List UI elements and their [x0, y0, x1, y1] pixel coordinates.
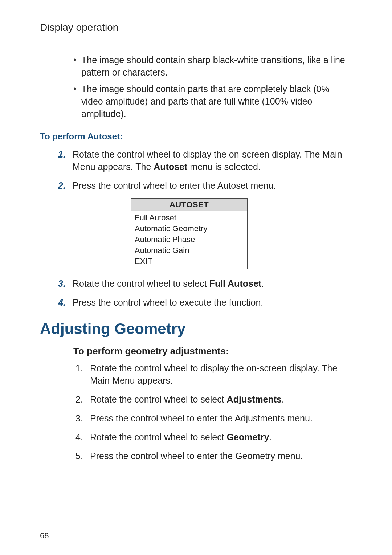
text-fragment: menu is selected. [187, 162, 261, 172]
step-text: Rotate the control wheel to display the … [90, 362, 350, 387]
geom-step-5: 5. Press the control wheel to enter the … [75, 450, 350, 462]
menu-item: Automatic Geometry [135, 223, 244, 234]
step-3: 3. Rotate the control wheel to select Fu… [58, 277, 350, 290]
bullet-text: The image should contain sharp black-whi… [81, 54, 350, 78]
page-header: Display operation [40, 22, 350, 36]
text-fragment: . [261, 278, 264, 289]
text-fragment: Rotate the control wheel to select [90, 432, 227, 442]
bold-text: Full Autoset [209, 278, 262, 289]
text-fragment: . [269, 432, 271, 442]
menu-item: Full Autoset [135, 212, 244, 223]
bullet-icon: • [73, 54, 81, 78]
step-text: Press the control wheel to enter the Aut… [73, 179, 276, 192]
autoset-steps: 1. Rotate the control wheel to display t… [58, 148, 350, 309]
page-footer: 68 [40, 527, 350, 540]
adjusting-geometry-heading: Adjusting Geometry [40, 320, 350, 338]
geom-step-2: 2. Rotate the control wheel to select Ad… [75, 393, 350, 405]
menu-body: Full Autoset Automatic Geometry Automati… [131, 211, 247, 269]
geom-step-3: 3. Press the control wheel to enter the … [75, 412, 350, 424]
bullet-text: The image should contain parts that are … [81, 83, 350, 120]
geom-step-1: 1. Rotate the control wheel to display t… [75, 362, 350, 387]
menu-item: Automatic Phase [135, 234, 244, 245]
text-fragment: Rotate the control wheel to select [73, 278, 209, 289]
menu-item: EXIT [135, 256, 244, 267]
autoset-menu-box: AUTOSET Full Autoset Automatic Geometry … [131, 198, 248, 269]
geom-step-4: 4. Rotate the control wheel to select Ge… [75, 431, 350, 443]
step-number: 4. [75, 431, 90, 443]
intro-bullets: • The image should contain sharp black-w… [73, 54, 350, 120]
page-number: 68 [40, 531, 350, 540]
step-4: 4. Press the control wheel to execute th… [58, 296, 350, 309]
step-number: 2. [75, 393, 90, 405]
step-number: 3. [58, 277, 73, 290]
step-text: Press the control wheel to enter the Adj… [90, 412, 313, 424]
text-fragment: . [282, 394, 284, 404]
step-text: Rotate the control wheel to display the … [73, 148, 350, 173]
step-1: 1. Rotate the control wheel to display t… [58, 148, 350, 173]
geometry-steps: 1. Rotate the control wheel to display t… [75, 362, 350, 462]
bullet-item: • The image should contain sharp black-w… [73, 54, 350, 78]
text-fragment: Rotate the control wheel to select [90, 394, 227, 404]
bullet-icon: • [73, 83, 81, 120]
page: Display operation • The image should con… [0, 0, 392, 555]
step-number: 5. [75, 450, 90, 462]
step-2: 2. Press the control wheel to enter the … [58, 179, 350, 192]
content: • The image should contain sharp black-w… [40, 54, 350, 512]
geometry-sub-heading: To perform geometry adjustments: [73, 346, 350, 357]
bold-text: Autoset [154, 162, 187, 172]
bold-text: Geometry [227, 432, 269, 442]
step-number: 2. [58, 179, 73, 192]
step-number: 1. [75, 362, 90, 387]
menu-item: Automatic Gain [135, 245, 244, 256]
section-title: Display operation [40, 22, 350, 33]
step-number: 3. [75, 412, 90, 424]
autoset-heading: To perform Autoset: [40, 131, 350, 142]
bullet-item: • The image should contain parts that ar… [73, 83, 350, 120]
step-text: Rotate the control wheel to select Adjus… [90, 393, 284, 405]
menu-title: AUTOSET [131, 199, 247, 211]
step-text: Press the control wheel to execute the f… [73, 296, 263, 309]
step-number: 4. [58, 296, 73, 309]
step-text: Rotate the control wheel to select Geome… [90, 431, 271, 443]
step-text: Press the control wheel to enter the Geo… [90, 450, 303, 462]
step-text: Rotate the control wheel to select Full … [73, 277, 264, 290]
step-number: 1. [58, 148, 73, 173]
bold-text: Adjustments [227, 394, 282, 404]
